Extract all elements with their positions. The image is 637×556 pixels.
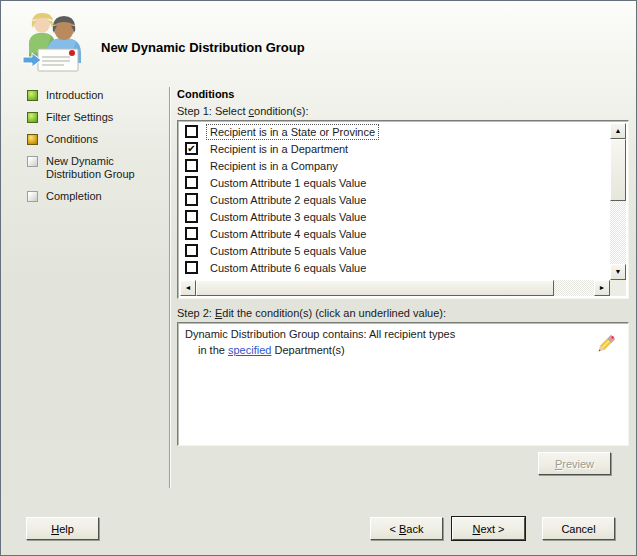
horizontal-scrollbar-thumb[interactable] [196,280,554,296]
scroll-down-button[interactable]: ▼ [610,264,626,280]
step2-label: Step 2: Edit the condition(s) (click an … [177,307,446,319]
condition-checkbox[interactable] [185,244,198,257]
condition-row[interactable]: ✔ Recipient is in a Department [180,140,610,157]
back-button[interactable]: < Back [370,517,443,540]
step2-label-post: dit the condition(s) (click an underline… [222,307,446,319]
step-status-icon [27,156,38,167]
back-pre: < [390,523,399,535]
condition-row[interactable]: Recipient is in a State or Province [180,123,610,140]
scroll-up-icon: ▲ [611,124,625,138]
condition-checkbox[interactable] [185,261,198,274]
condition-row[interactable]: Custom Attribute 2 equals Value [180,191,610,208]
step-label: Conditions [46,133,98,146]
next-rest: ext > [480,523,504,535]
help-mnemonic: H [51,523,59,535]
condition-label[interactable]: Custom Attribute 2 equals Value [206,192,370,208]
step-status-icon [27,112,38,123]
preview-rest: review [562,458,594,470]
help-rest: elp [59,523,74,535]
help-button[interactable]: Help [26,517,99,540]
step1-label: Step 1: Select condition(s): [177,105,308,117]
condition-label[interactable]: Custom Attribute 3 equals Value [206,209,370,225]
step-label: New Dynamic Distribution Group [46,155,163,181]
cancel-button[interactable]: Cancel [542,517,615,540]
step-status-icon [27,90,38,101]
scrollbar-corner [610,280,626,296]
specified-link[interactable]: specified [228,344,271,356]
conditions-listbox[interactable]: Recipient is in a State or Province ✔ Re… [177,120,629,299]
distribution-group-icon [21,7,89,73]
scroll-right-button[interactable]: ► [594,280,610,296]
sidebar-step-introduction: Introduction [27,89,163,102]
condition-checkbox[interactable] [185,125,198,138]
condition-row[interactable]: Custom Attribute 6 equals Value [180,259,610,276]
wizard-dialog: New Dynamic Distribution Group Introduct… [0,0,637,556]
condition-checkbox[interactable] [185,176,198,189]
step-label: Filter Settings [46,111,113,124]
scroll-left-icon: ◄ [181,281,195,295]
condition-row[interactable]: Custom Attribute 1 equals Value [180,174,610,191]
condition-summary-line1: Dynamic Distribution Group contains: All… [185,328,455,340]
condition-checkbox[interactable] [185,159,198,172]
sidebar-step-filter-settings: Filter Settings [27,111,163,124]
condition-label[interactable]: Custom Attribute 6 equals Value [206,260,370,276]
scroll-down-icon: ▼ [611,265,625,279]
condition-label[interactable]: Recipient is in a Company [206,158,342,174]
step-status-icon [27,191,38,202]
line2-pre: in the [198,344,228,356]
section-heading: Conditions [177,88,234,100]
line2-post: Department(s) [271,344,344,356]
condition-checkbox[interactable] [185,193,198,206]
cancel-label: Cancel [561,523,595,535]
condition-checkbox[interactable] [185,210,198,223]
step-label: Introduction [46,89,103,102]
condition-label[interactable]: Custom Attribute 5 equals Value [206,243,370,259]
vertical-scrollbar-thumb[interactable] [610,139,626,201]
step-status-icon [27,134,38,145]
preview-button[interactable]: Preview [538,452,611,475]
condition-row[interactable]: Custom Attribute 5 equals Value [180,242,610,259]
condition-row[interactable]: Recipient is in a Company [180,157,610,174]
conditions-list: Recipient is in a State or Province ✔ Re… [180,123,610,280]
sidebar-step-conditions: Conditions [27,133,163,146]
condition-row[interactable]: Custom Attribute 3 equals Value [180,208,610,225]
condition-checkbox[interactable]: ✔ [185,142,198,155]
edit-pencil-icon [596,333,616,355]
back-rest: ack [406,523,423,535]
vertical-divider [169,87,171,488]
page-title: New Dynamic Distribution Group [101,40,305,55]
sidebar-step-new-dynamic-distribution-group: New Dynamic Distribution Group [27,155,163,181]
step2-label-pre: Step 2: [177,307,215,319]
step-label: Completion [46,190,102,203]
scroll-up-button[interactable]: ▲ [610,123,626,139]
horizontal-scrollbar[interactable]: ◄ ► [180,280,610,296]
wizard-steps-sidebar: Introduction Filter Settings Conditions … [27,89,163,212]
next-button[interactable]: Next > [452,517,525,540]
scroll-left-button[interactable]: ◄ [180,280,196,296]
step1-label-pre: Step 1: Select [177,105,249,117]
condition-checkbox[interactable] [185,227,198,240]
scroll-right-icon: ► [595,281,609,295]
condition-label[interactable]: Recipient is in a State or Province [206,124,379,140]
step1-label-post: ondition(s): [254,105,308,117]
condition-label[interactable]: Custom Attribute 4 equals Value [206,226,370,242]
condition-summary-line2: in the specified Department(s) [198,344,345,356]
condition-label[interactable]: Recipient is in a Department [206,141,352,157]
condition-label[interactable]: Custom Attribute 1 equals Value [206,175,370,191]
sidebar-step-completion: Completion [27,190,163,203]
condition-edit-box: Dynamic Distribution Group contains: All… [177,322,629,446]
condition-row[interactable]: Custom Attribute 4 equals Value [180,225,610,242]
vertical-scrollbar[interactable]: ▲ ▼ [610,123,626,280]
